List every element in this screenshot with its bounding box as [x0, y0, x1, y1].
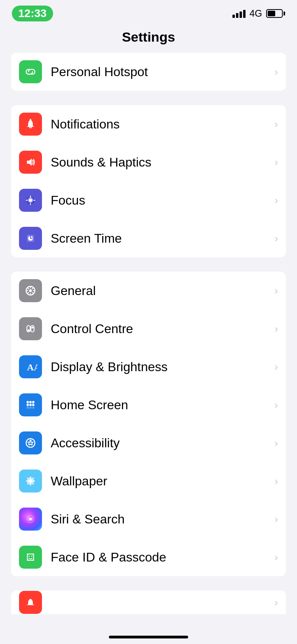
wallpaper-icon-wrap — [19, 470, 42, 493]
screentime-icon — [24, 232, 37, 245]
settings-item-personal-hotspot[interactable]: Personal Hotspot › — [11, 53, 286, 91]
control-centre-icon — [24, 322, 37, 335]
settings-item-accessibility[interactable]: Accessibility › — [11, 424, 286, 462]
svg-point-0 — [30, 119, 31, 121]
settings-item-home-screen[interactable]: Home Screen › — [11, 386, 286, 424]
accessibility-icon — [24, 436, 37, 450]
focus-label: Focus — [51, 193, 270, 208]
svg-point-12 — [32, 327, 34, 329]
bottom-icon-wrap — [19, 591, 42, 614]
svg-rect-11 — [31, 326, 34, 332]
control-icon-wrap — [19, 317, 42, 340]
general-section: General › Control Centre › AA Display & … — [11, 272, 286, 576]
wallpaper-label: Wallpaper — [51, 474, 270, 489]
siri-icon — [24, 512, 37, 526]
settings-item-focus[interactable]: Focus › — [11, 181, 286, 219]
bottom-partial-icon — [24, 596, 37, 609]
page-title: Settings — [0, 25, 297, 53]
svg-point-15 — [29, 401, 32, 403]
focus-chevron: › — [274, 194, 278, 207]
signal-bars — [232, 9, 246, 18]
settings-item-screen-time[interactable]: Screen Time › — [11, 219, 286, 257]
display-brightness-icon: AA — [24, 360, 37, 374]
settings-item-siri-search[interactable]: Siri & Search › — [11, 500, 286, 538]
signal-bar-1 — [232, 15, 235, 18]
general-label: General — [51, 284, 270, 298]
face-id-chevron: › — [274, 551, 278, 564]
signal-bar-3 — [240, 12, 242, 18]
wallpaper-chevron: › — [274, 475, 278, 487]
sounds-icon — [24, 155, 37, 169]
signal-bar-4 — [243, 10, 246, 18]
general-icon-wrap — [19, 279, 42, 302]
status-time: 12:33 — [12, 6, 53, 21]
accessibility-icon-wrap — [19, 431, 42, 454]
network-type: 4G — [249, 8, 262, 19]
settings-item-sounds-haptics[interactable]: Sounds & Haptics › — [11, 143, 286, 181]
notifications-chevron: › — [274, 118, 278, 130]
home-indicator — [109, 636, 188, 638]
svg-point-35 — [29, 518, 32, 520]
svg-text:AA: AA — [27, 362, 37, 372]
svg-point-4 — [29, 199, 32, 202]
svg-point-20 — [27, 406, 29, 409]
home-screen-chevron: › — [274, 399, 278, 411]
notifications-section: Notifications › Sounds & Haptics › Focus… — [11, 105, 286, 257]
svg-point-14 — [27, 401, 29, 403]
svg-marker-2 — [29, 159, 32, 166]
faceid-icon-wrap — [19, 546, 42, 569]
svg-point-24 — [30, 440, 32, 442]
face-id-icon — [24, 550, 37, 564]
svg-point-22 — [32, 406, 34, 409]
control-centre-chevron: › — [274, 323, 278, 335]
status-bar: 12:33 4G — [0, 0, 297, 25]
svg-point-21 — [29, 406, 32, 409]
battery-icon — [266, 9, 285, 18]
home-screen-icon — [24, 398, 37, 412]
svg-point-28 — [26, 480, 29, 482]
sounds-haptics-chevron: › — [274, 156, 278, 169]
signal-bar-2 — [236, 13, 238, 18]
personal-hotspot-icon-wrap — [19, 60, 42, 83]
sounds-icon-wrap — [19, 151, 42, 174]
personal-hotspot-label: Personal Hotspot — [51, 65, 270, 79]
face-id-label: Face ID & Passcode — [51, 550, 270, 565]
svg-rect-36 — [27, 554, 34, 560]
siri-search-label: Siri & Search — [51, 512, 270, 527]
svg-point-29 — [32, 480, 35, 482]
svg-point-18 — [29, 404, 32, 406]
focus-icon-wrap — [19, 189, 42, 212]
general-icon — [24, 284, 37, 297]
bottom-partial-chevron: › — [274, 596, 278, 609]
siri-search-chevron: › — [274, 513, 278, 525]
display-brightness-label: Display & Brightness — [51, 360, 270, 374]
screen-time-label: Screen Time — [51, 231, 270, 246]
focus-icon — [24, 194, 37, 207]
settings-item-control-centre[interactable]: Control Centre › — [11, 310, 286, 348]
homescreen-icon-wrap — [19, 393, 42, 416]
wallpaper-icon — [24, 474, 37, 488]
hotspot-section: Personal Hotspot › — [11, 53, 286, 91]
home-screen-label: Home Screen — [51, 398, 270, 412]
personal-hotspot-chevron: › — [274, 66, 278, 78]
settings-item-face-id[interactable]: Face ID & Passcode › — [11, 538, 286, 576]
settings-item-general[interactable]: General › — [11, 272, 286, 310]
siri-icon-wrap — [19, 508, 42, 531]
svg-point-38 — [31, 556, 32, 557]
svg-point-17 — [27, 404, 29, 406]
svg-point-16 — [32, 401, 34, 403]
svg-point-19 — [32, 404, 34, 406]
settings-item-notifications[interactable]: Notifications › — [11, 105, 286, 143]
hotspot-icon — [24, 65, 37, 79]
screen-time-chevron: › — [274, 232, 278, 245]
display-icon-wrap: AA — [19, 355, 42, 378]
display-brightness-chevron: › — [274, 361, 278, 373]
settings-item-bottom-partial[interactable]: › — [11, 590, 286, 614]
notifications-icon-wrap — [19, 113, 42, 136]
screentime-icon-wrap — [19, 227, 42, 250]
settings-item-display-brightness[interactable]: AA Display & Brightness › — [11, 348, 286, 386]
svg-point-27 — [30, 482, 32, 485]
settings-item-wallpaper[interactable]: Wallpaper › — [11, 462, 286, 500]
svg-point-8 — [29, 289, 32, 292]
accessibility-label: Accessibility — [51, 436, 270, 450]
